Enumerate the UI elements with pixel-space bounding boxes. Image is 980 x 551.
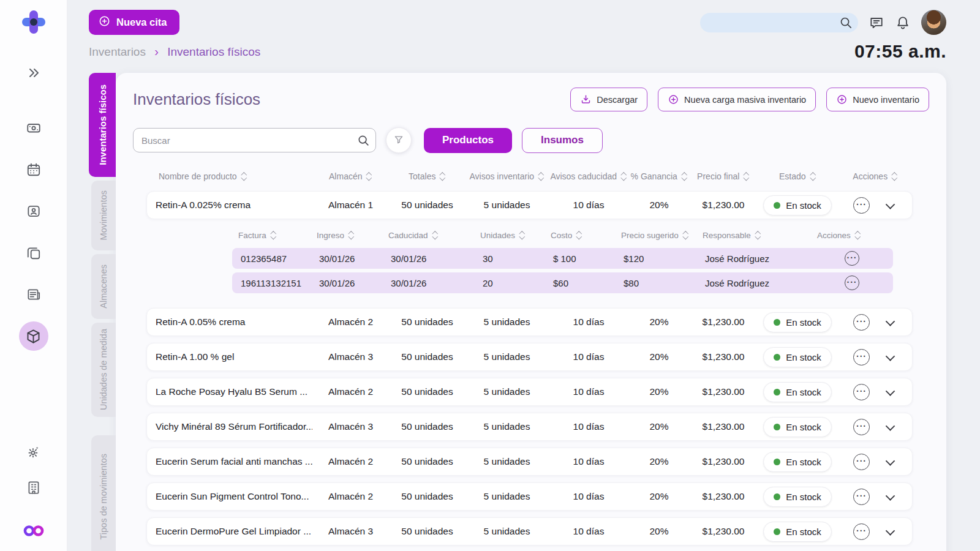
expand-sidebar-icon[interactable] [26, 66, 41, 81]
vertical-tabs: Inventarios físicos Movimientos Almacene… [89, 73, 116, 551]
row-more-actions-button[interactable]: ··· [853, 419, 870, 435]
sort-icon[interactable] [744, 173, 748, 180]
download-button[interactable]: Descargar [570, 88, 647, 111]
row-more-actions-button[interactable]: ··· [853, 523, 870, 540]
tab-insumos[interactable]: Insumos [522, 128, 603, 153]
sort-icon[interactable] [577, 232, 581, 239]
tab-almacenes[interactable]: Almacenes [91, 254, 116, 319]
table-search-input[interactable] [133, 128, 376, 152]
table-row[interactable]: Retin-A 0.025% crema Almacén 1 50 unidad… [146, 191, 913, 219]
cell-totals: 50 unidades [389, 526, 466, 537]
row-more-actions-button[interactable]: ··· [853, 489, 870, 505]
status-badge: En stock [763, 487, 832, 507]
payments-icon[interactable] [19, 113, 48, 143]
sort-icon[interactable] [440, 173, 445, 180]
settings-gear-icon[interactable] [19, 437, 48, 467]
news-icon[interactable] [19, 280, 48, 309]
search-icon[interactable] [839, 15, 853, 29]
sort-icon[interactable] [892, 173, 897, 180]
row-more-actions-button[interactable]: ··· [853, 349, 870, 365]
table-row[interactable]: Retin-A 1.00 % gel Almacén 3 50 unidades… [146, 343, 913, 371]
cell-product-name: Vichy Minéral 89 Sérum Fortificador... [147, 421, 312, 432]
calendar-icon[interactable] [19, 155, 48, 184]
status-badge: En stock [763, 452, 832, 472]
sort-icon[interactable] [433, 232, 437, 239]
cell-expiry-alert: 10 días [548, 386, 629, 397]
col-header: Unidades [480, 231, 515, 240]
cell-warehouse: Almacén 3 [312, 421, 389, 432]
cell-warehouse: Almacén 3 [312, 526, 389, 537]
table-row[interactable]: Eucerin DermoPure Gel Limpiador ... Alma… [146, 517, 913, 545]
breadcrumb-parent[interactable]: Inventarios [89, 45, 146, 58]
cell-inventory-alert: 5 unidades [466, 386, 548, 397]
sort-icon[interactable] [367, 173, 371, 180]
inventory-package-icon[interactable] [19, 321, 48, 351]
user-avatar[interactable] [921, 10, 946, 35]
cards-stack-icon[interactable] [19, 238, 48, 268]
sort-icon[interactable] [539, 173, 543, 180]
row-expand-button[interactable] [884, 386, 896, 398]
sort-icon[interactable] [756, 232, 760, 239]
bulk-upload-button[interactable]: Nueva carga masiva inventario [658, 88, 816, 111]
table-row[interactable]: La Roche Posay Hyalu B5 Serum ... Almacé… [146, 378, 913, 406]
row-more-actions-button[interactable]: ··· [853, 314, 870, 331]
sort-icon[interactable] [856, 232, 860, 239]
batch-more-actions-button[interactable]: ··· [845, 251, 859, 266]
tab-movimientos[interactable]: Movimientos [91, 181, 116, 250]
ellipsis-icon: ··· [856, 386, 867, 396]
new-inventory-button[interactable]: Nuevo inventario [826, 88, 929, 111]
sort-icon[interactable] [271, 232, 276, 239]
table-row[interactable]: Eucerin Sun Pigment Control Tono... Alma… [146, 482, 913, 511]
col-header: Responsable [703, 231, 751, 240]
tab-productos[interactable]: Productos [424, 128, 512, 153]
tab-unidades-de-medida[interactable]: Unidades de medida [91, 323, 116, 417]
table-row[interactable]: Vichy Minéral 89 Sérum Fortificador... A… [146, 413, 913, 441]
col-header: Acciones [853, 171, 888, 181]
notifications-bell-icon[interactable] [895, 15, 911, 31]
sort-icon[interactable] [349, 232, 353, 239]
cell-profit: 20% [629, 491, 689, 502]
new-appointment-button[interactable]: Nueva cita [89, 10, 179, 35]
breadcrumb: Inventarios › Inventarios físicos [89, 45, 260, 59]
subtable-header-row: Factura Ingreso Caducidad Unidades Costo… [232, 226, 893, 244]
table-row[interactable]: Eucerin Serum facial anti manchas ... Al… [146, 448, 913, 476]
sort-icon[interactable] [242, 173, 246, 180]
sort-icon[interactable] [622, 173, 626, 180]
contact-card-icon[interactable] [19, 197, 48, 226]
sort-icon[interactable] [811, 173, 815, 180]
status-label: En stock [786, 317, 821, 328]
plus-circle-icon [836, 94, 848, 105]
cell-expiry-alert: 10 días [548, 317, 629, 328]
cell-warehouse: Almacén 2 [312, 317, 389, 328]
filter-funnel-icon [393, 134, 404, 147]
table-row[interactable]: Retin-A 0.05% crema Almacén 2 50 unidade… [146, 308, 913, 336]
inventory-panel: Inventarios físicos Descargar Nueva carg… [116, 73, 946, 551]
row-expand-button[interactable] [884, 526, 896, 538]
row-expand-button[interactable] [884, 491, 896, 503]
row-expand-button[interactable] [884, 351, 896, 363]
row-more-actions-button[interactable]: ··· [853, 454, 870, 470]
filter-button[interactable] [386, 127, 412, 153]
row-expand-button[interactable] [884, 421, 896, 433]
chat-icon[interactable] [869, 15, 884, 31]
batch-row[interactable]: 196113132151 30/01/26 30/01/26 20 $60 $8… [232, 272, 893, 293]
sort-icon[interactable] [520, 232, 524, 239]
row-expand-button[interactable] [884, 456, 896, 468]
global-search-input[interactable] [700, 13, 858, 32]
row-expand-button[interactable] [884, 317, 896, 328]
row-expand-button[interactable] [884, 200, 896, 211]
cell-expiry-alert: 10 días [548, 526, 629, 537]
row-more-actions-button[interactable]: ··· [853, 384, 870, 400]
cell-final-price: $1,230.00 [689, 386, 758, 397]
tab-inventarios-fisicos[interactable]: Inventarios físicos [89, 73, 116, 177]
sort-icon[interactable] [684, 232, 688, 239]
status-label: En stock [786, 387, 821, 397]
tab-tipos-de-movimientos[interactable]: Tipos de movimientos [91, 435, 116, 551]
sort-icon[interactable] [682, 173, 687, 180]
building-icon[interactable] [19, 473, 48, 502]
batch-more-actions-button[interactable]: ··· [845, 276, 859, 290]
row-more-actions-button[interactable]: ··· [853, 197, 870, 214]
status-dot-icon [774, 493, 780, 500]
cell-cost: $60 [545, 278, 615, 288]
batch-row[interactable]: 012365487 30/01/26 30/01/26 30 $ 100 $12… [232, 248, 893, 269]
